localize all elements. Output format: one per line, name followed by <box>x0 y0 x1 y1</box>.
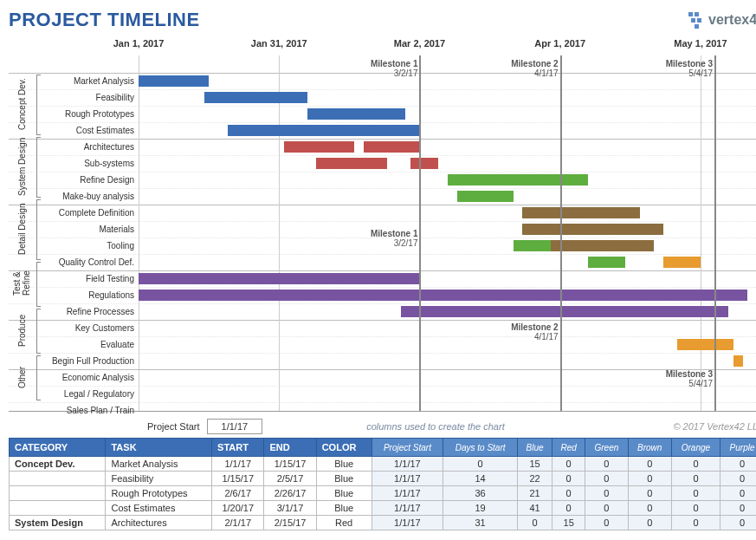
table-cell: 22 <box>518 472 552 486</box>
group-bracket <box>36 262 41 307</box>
row-label: Refine Processes <box>43 304 134 320</box>
table-cell: 0 <box>671 516 720 530</box>
table-row: Cost Estimates1/20/173/1/17Blue1/1/17194… <box>10 501 757 516</box>
gantt-row: Sub-systems <box>9 155 756 172</box>
table-cell: Cost Estimates <box>106 501 212 516</box>
gantt-bar <box>316 158 386 169</box>
table-cell: 2/6/17 <box>212 486 264 501</box>
table-sub-header: Red <box>552 439 585 457</box>
row-label: Begin Full Production <box>43 354 134 369</box>
table-cell: 0 <box>628 472 671 486</box>
table-sub-header: Orange <box>671 439 720 457</box>
row-label: Complete Definition <box>43 205 134 221</box>
table-cell: 0 <box>720 472 756 486</box>
row-label: Sales Plan / Train <box>43 403 134 419</box>
group-label: Detail Design <box>9 198 35 260</box>
table-cell: 0 <box>585 516 628 530</box>
project-start-label: Project Start <box>147 421 200 432</box>
table-cell: 0 <box>671 457 720 472</box>
gantt-row: Quality Control Def. <box>9 254 756 270</box>
gantt-row: Architectures <box>9 139 756 155</box>
row-label: Field Testing <box>43 271 134 287</box>
row-label: Quality Control Def. <box>43 255 134 270</box>
group-label: System Design <box>9 135 35 198</box>
table-cell: 21 <box>518 486 552 501</box>
table-cell: 15 <box>552 516 585 530</box>
table-cell: 2/26/17 <box>264 486 316 501</box>
table-cell: 41 <box>518 501 552 516</box>
svg-rect-3 <box>697 18 701 23</box>
table-cell: 3/1/17 <box>264 501 316 516</box>
gantt-bar <box>139 75 209 87</box>
project-start-value: 1/1/17 <box>207 419 263 434</box>
gantt-row: Rough Prototypes <box>9 106 756 122</box>
svg-rect-2 <box>691 18 695 23</box>
row-label: Rough Prototypes <box>43 107 134 122</box>
table-cell: Concept Dev. <box>10 457 106 472</box>
milestone-callout: Milestone 24/1/17 <box>511 322 558 342</box>
gantt-row: Economic Analysis <box>9 369 756 386</box>
gantt-bar <box>522 207 639 218</box>
table-cell: Blue <box>316 501 372 516</box>
table-cell: 14 <box>443 472 518 486</box>
table-cell: 0 <box>671 486 720 501</box>
table-cell: 0 <box>720 457 756 472</box>
row-label: Architectures <box>43 140 134 155</box>
milestone-line <box>714 55 716 411</box>
group-bracket <box>36 199 41 260</box>
group-label: Concept Dev. <box>9 73 35 135</box>
table-header: END <box>264 439 316 457</box>
axis-tick: Apr 1, 2017 <box>534 38 585 49</box>
group-label: Produce <box>9 307 35 354</box>
gantt-bar <box>284 141 354 153</box>
table-sub-header: Purple <box>720 439 756 457</box>
table-sub-header: Brown <box>628 439 671 457</box>
table-cell: 19 <box>443 501 518 516</box>
table-cell: 15 <box>518 457 552 472</box>
gantt-row: Feasibility <box>9 89 756 106</box>
gantt-row: Refine Processes <box>9 303 756 320</box>
table-cell: 1/1/17 <box>372 457 443 472</box>
table-cell: Blue <box>316 486 372 501</box>
table-header: START <box>212 439 264 457</box>
table-cell: 1/1/17 <box>372 516 443 530</box>
svg-rect-0 <box>688 12 693 16</box>
row-label: Tooling <box>43 238 134 254</box>
axis-tick: Jan 1, 2017 <box>113 38 165 49</box>
table-cell: 2/1/17 <box>212 516 264 530</box>
table-cell: 0 <box>585 501 628 516</box>
table-sub-header: Project Start <box>372 439 443 457</box>
row-label: Economic Analysis <box>43 370 134 386</box>
row-label: Regulations <box>43 288 134 303</box>
row-label: Evaluate <box>43 337 134 353</box>
row-label: Market Analysis <box>43 74 134 89</box>
table-cell: Blue <box>316 457 372 472</box>
row-label: Key Customers <box>43 321 134 336</box>
table-sub-header: Days to Start <box>443 439 518 457</box>
gantt-row: Field Testing <box>9 270 756 287</box>
table-cell: 1/20/17 <box>212 501 264 516</box>
table-cell: 31 <box>443 516 518 530</box>
gantt-row: Key Customers <box>9 320 756 336</box>
table-header: TASK <box>106 439 212 457</box>
table-cell: 0 <box>628 501 671 516</box>
gantt-bar <box>733 355 743 367</box>
row-label: Sub-systems <box>43 156 134 172</box>
copyright: © 2017 Vertex42 LLC <box>673 421 756 432</box>
table-cell: 0 <box>720 501 756 516</box>
table-cell: Red <box>316 516 372 530</box>
gridline <box>279 55 280 411</box>
logo-icon <box>688 11 705 29</box>
vertex42-logo: vertex42 <box>688 11 756 29</box>
table-cell: 1/1/17 <box>372 501 443 516</box>
group-bracket <box>36 75 41 135</box>
gantt-bar <box>448 174 588 185</box>
table-cell: Blue <box>316 472 372 486</box>
data-table: CATEGORYTASKSTARTENDCOLORProject StartDa… <box>9 438 756 530</box>
gantt-bar <box>410 158 438 169</box>
table-header: CATEGORY <box>10 439 106 457</box>
table-cell: 1/1/17 <box>212 457 264 472</box>
table-cell: 0 <box>585 457 628 472</box>
table-cell: 0 <box>720 486 756 501</box>
gantt-bar <box>588 257 625 268</box>
